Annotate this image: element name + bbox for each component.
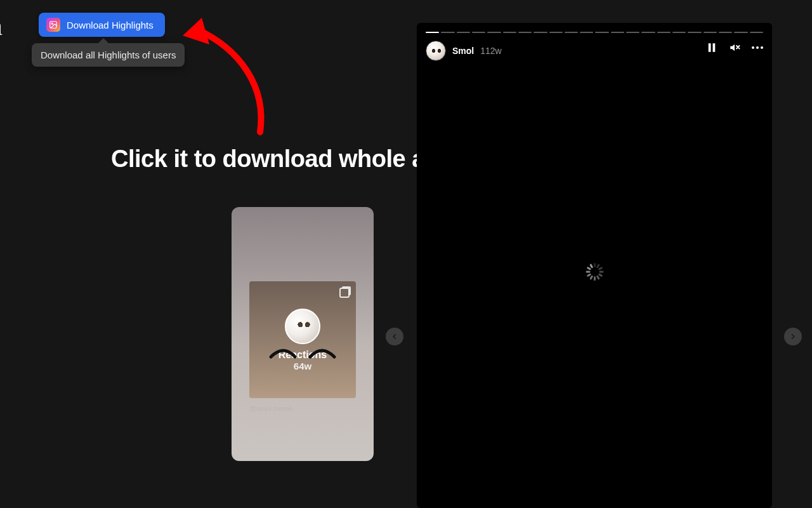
story-more-button[interactable]: [752, 46, 763, 49]
download-highlights-label: Download Highlights: [67, 20, 154, 30]
dot-icon: [761, 46, 763, 49]
progress-segment: [565, 32, 578, 33]
highlight-title: Reactions: [278, 349, 327, 361]
progress-segment: [595, 32, 608, 33]
download-highlights-tooltip: Download all Highlights of users: [32, 43, 185, 67]
highlight-thumbnail: Reactions 64w: [249, 281, 356, 398]
progress-segment: [549, 32, 563, 33]
highlight-age: 64w: [294, 361, 311, 371]
carousel-stack-icon: [339, 288, 350, 298]
story-next-button[interactable]: [784, 328, 802, 345]
loading-spinner-icon: [586, 263, 603, 281]
progress-segment: [657, 32, 671, 33]
progress-segment: [626, 32, 639, 33]
highlight-preview-card[interactable]: Reactions 64w @smol.meme: [232, 207, 374, 461]
progress-segment: [472, 32, 485, 33]
progress-segment: [734, 32, 747, 33]
progress-segment: [441, 32, 454, 33]
svg-rect-2: [709, 43, 711, 52]
story-user-avatar[interactable]: [426, 41, 446, 61]
progress-segment: [750, 32, 763, 33]
download-highlights-button[interactable]: Download Highlights: [39, 13, 165, 37]
progress-segment: [487, 32, 501, 33]
volume-muted-icon: [729, 42, 740, 53]
story-progress-segments: [426, 32, 763, 33]
app-logo-fragment: am: [0, 11, 3, 41]
mute-button[interactable]: [729, 42, 740, 53]
image-icon: [46, 18, 60, 32]
dot-icon: [756, 46, 759, 49]
dot-icon: [752, 46, 754, 49]
story-age: 112w: [480, 46, 501, 56]
progress-segment: [719, 32, 732, 33]
progress-segment: [534, 32, 547, 33]
story-viewer[interactable]: Smol 112w: [417, 23, 772, 508]
story-username[interactable]: Smol: [452, 46, 474, 56]
progress-segment: [457, 32, 470, 33]
pause-button[interactable]: [706, 42, 717, 53]
story-prev-button[interactable]: [386, 328, 403, 345]
svg-rect-3: [713, 43, 716, 52]
progress-segment: [704, 32, 717, 33]
progress-segment: [672, 32, 686, 33]
highlight-attribution: @smol.meme: [249, 404, 292, 412]
progress-segment: [518, 32, 532, 33]
progress-segment: [426, 32, 439, 33]
annotation-arrow: [171, 11, 298, 138]
progress-segment: [503, 32, 516, 33]
svg-point-1: [51, 23, 53, 24]
pause-icon: [706, 42, 717, 53]
progress-segment: [688, 32, 701, 33]
progress-segment: [641, 32, 655, 33]
highlight-cover-avatar: [285, 309, 320, 344]
progress-segment: [611, 32, 624, 33]
progress-segment: [580, 32, 593, 33]
